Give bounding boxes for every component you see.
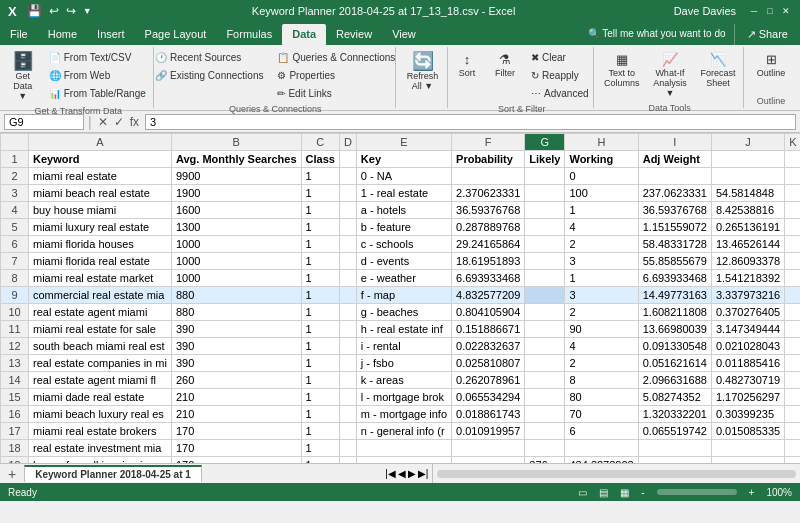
tab-home[interactable]: Home bbox=[38, 24, 87, 45]
cell[interactable]: 0.065534294 bbox=[452, 389, 525, 406]
zoom-bar[interactable] bbox=[657, 489, 737, 495]
cell[interactable] bbox=[785, 236, 800, 253]
cell[interactable]: miami florida real estate bbox=[29, 253, 172, 270]
cell[interactable] bbox=[339, 389, 356, 406]
col-header-k[interactable]: K bbox=[785, 134, 800, 151]
cell[interactable]: 0.025810807 bbox=[452, 355, 525, 372]
name-box[interactable] bbox=[4, 114, 84, 130]
cell[interactable]: 1 bbox=[301, 338, 339, 355]
cell[interactable] bbox=[525, 372, 565, 389]
cell[interactable]: 0.151886671 bbox=[452, 321, 525, 338]
cell[interactable]: 1.608211808 bbox=[638, 304, 711, 321]
cell[interactable]: 12.86093378 bbox=[711, 253, 784, 270]
sheet-area[interactable]: A B C D E F G H I J K 1KeywordAvg. Month… bbox=[0, 133, 800, 463]
cell[interactable]: 0.30399235 bbox=[711, 406, 784, 423]
cell[interactable]: i - rental bbox=[356, 338, 451, 355]
cell[interactable] bbox=[339, 202, 356, 219]
cell[interactable]: 0 bbox=[565, 168, 638, 185]
cell[interactable]: m - mortgage info bbox=[356, 406, 451, 423]
cell[interactable] bbox=[525, 406, 565, 423]
cell[interactable]: f - map bbox=[356, 287, 451, 304]
tab-review[interactable]: Review bbox=[326, 24, 382, 45]
cell[interactable]: 1 bbox=[301, 304, 339, 321]
cell[interactable]: 29.24165864 bbox=[452, 236, 525, 253]
tab-page-layout[interactable]: Page Layout bbox=[135, 24, 217, 45]
view-pagebreak-icon[interactable]: ▦ bbox=[620, 487, 629, 498]
cell[interactable]: Class bbox=[301, 151, 339, 168]
cell[interactable] bbox=[525, 287, 565, 304]
filter-button[interactable]: ⚗ Filter bbox=[487, 49, 523, 81]
cell[interactable] bbox=[525, 202, 565, 219]
existing-connections-button[interactable]: 🔗 Existing Connections bbox=[149, 67, 269, 84]
cell[interactable] bbox=[339, 457, 356, 464]
cell[interactable] bbox=[339, 406, 356, 423]
cell[interactable]: 55.85855679 bbox=[638, 253, 711, 270]
cell[interactable]: miami real estate brokers bbox=[29, 423, 172, 440]
cell[interactable]: 390 bbox=[171, 355, 301, 372]
cell[interactable] bbox=[565, 440, 638, 457]
cell[interactable]: 880 bbox=[171, 287, 301, 304]
cell[interactable] bbox=[711, 457, 784, 464]
tab-view[interactable]: View bbox=[382, 24, 426, 45]
cell[interactable]: 0.021028043 bbox=[711, 338, 784, 355]
cell[interactable] bbox=[785, 287, 800, 304]
cell[interactable]: 1 bbox=[301, 355, 339, 372]
cell[interactable]: 5.08274352 bbox=[638, 389, 711, 406]
cell[interactable]: 1 bbox=[301, 168, 339, 185]
cell[interactable]: h - real estate inf bbox=[356, 321, 451, 338]
cell[interactable]: 70 bbox=[565, 406, 638, 423]
cell[interactable] bbox=[785, 389, 800, 406]
cell[interactable]: 0.015085335 bbox=[711, 423, 784, 440]
cell[interactable]: 170 bbox=[171, 457, 301, 464]
cell[interactable]: 170 bbox=[171, 423, 301, 440]
cell[interactable]: 3.147349444 bbox=[711, 321, 784, 338]
cell[interactable]: Keyword bbox=[29, 151, 172, 168]
cell[interactable]: 6.693933468 bbox=[452, 270, 525, 287]
cell[interactable]: n - general info (r bbox=[356, 423, 451, 440]
sort-button[interactable]: ↕ Sort bbox=[449, 49, 485, 81]
cell[interactable]: 2 bbox=[565, 355, 638, 372]
cell[interactable] bbox=[711, 151, 784, 168]
cell[interactable]: miami dade real estate bbox=[29, 389, 172, 406]
cell[interactable]: 6.693933468 bbox=[638, 270, 711, 287]
col-header-h[interactable]: H bbox=[565, 134, 638, 151]
cell[interactable]: 1 bbox=[565, 270, 638, 287]
cell[interactable]: real estate investment mia bbox=[29, 440, 172, 457]
reapply-button[interactable]: ↻Reapply bbox=[525, 67, 594, 84]
advanced-button[interactable]: ⋯Advanced bbox=[525, 85, 594, 102]
cell[interactable]: 260 bbox=[171, 372, 301, 389]
cell[interactable]: house for sell in miami bbox=[29, 457, 172, 464]
from-web-button[interactable]: 🌐 From Web bbox=[43, 67, 152, 84]
cell[interactable] bbox=[452, 440, 525, 457]
cell[interactable] bbox=[785, 270, 800, 287]
cell[interactable] bbox=[339, 185, 356, 202]
cell[interactable] bbox=[785, 151, 800, 168]
cell[interactable]: south beach miami real est bbox=[29, 338, 172, 355]
add-sheet-button[interactable]: + bbox=[0, 464, 24, 484]
cell[interactable]: 1000 bbox=[171, 253, 301, 270]
cell[interactable]: 1.541218392 bbox=[711, 270, 784, 287]
minimize-button[interactable]: ─ bbox=[748, 5, 760, 17]
queries-connections-button[interactable]: 📋 Queries & Connections bbox=[271, 49, 401, 66]
cell[interactable] bbox=[339, 304, 356, 321]
cell[interactable]: 1 bbox=[301, 423, 339, 440]
cell[interactable]: buy house miami bbox=[29, 202, 172, 219]
cell[interactable]: Avg. Monthly Searches bbox=[171, 151, 301, 168]
cell[interactable]: 1 bbox=[301, 236, 339, 253]
cell[interactable] bbox=[525, 338, 565, 355]
col-header-c[interactable]: C bbox=[301, 134, 339, 151]
cell[interactable] bbox=[711, 168, 784, 185]
cell[interactable] bbox=[339, 151, 356, 168]
cell[interactable]: 0.065519742 bbox=[638, 423, 711, 440]
cell[interactable]: 1.170256297 bbox=[711, 389, 784, 406]
cell[interactable] bbox=[525, 168, 565, 185]
save-icon[interactable]: 💾 bbox=[25, 4, 44, 18]
maximize-button[interactable]: □ bbox=[764, 5, 776, 17]
cell[interactable] bbox=[525, 321, 565, 338]
cell[interactable]: 14.49773163 bbox=[638, 287, 711, 304]
cell[interactable]: 1 bbox=[565, 202, 638, 219]
cell[interactable] bbox=[339, 372, 356, 389]
cell[interactable]: 3 bbox=[565, 253, 638, 270]
cell[interactable]: 13.46526144 bbox=[711, 236, 784, 253]
cell[interactable]: 0.265136191 bbox=[711, 219, 784, 236]
